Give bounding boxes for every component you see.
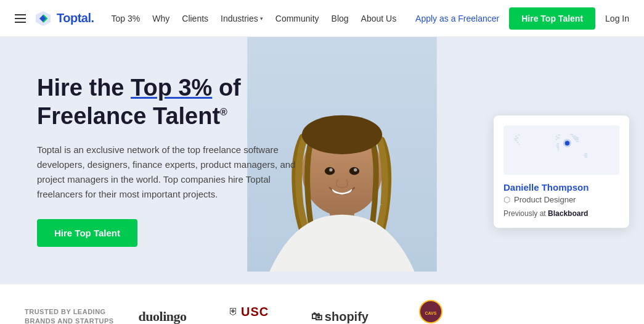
- shopify-bag-icon: 🛍: [311, 310, 322, 323]
- hero-cta-button[interactable]: Hire Top Talent: [37, 219, 137, 247]
- cavaliers-logo: CAVS: [415, 299, 446, 324]
- apply-freelancer-link[interactable]: Apply as a Freelancer: [415, 14, 499, 23]
- svg-rect-32: [584, 155, 588, 156]
- nav-link-clients[interactable]: Clients: [182, 14, 208, 23]
- svg-text:CAVS: CAVS: [425, 311, 437, 315]
- palette-icon: ⬡: [503, 195, 510, 204]
- usc-emblem-icon: ⛨: [229, 306, 238, 317]
- hero-content: Hire the Top 3% of Freelance Talent® Top…: [37, 74, 308, 247]
- usc-logo: ⛨ USC: [229, 305, 269, 319]
- svg-rect-26: [570, 134, 573, 135]
- trusted-label: TRUSTED BY LEADING BRANDS AND STARTUPS: [25, 307, 114, 324]
- nav-link-industries[interactable]: Industries ▾: [221, 14, 263, 23]
- svg-rect-31: [585, 153, 588, 154]
- brand-cavaliers: CAVS WATCH THE CASE STUDY: [393, 299, 468, 324]
- svg-point-35: [563, 139, 571, 147]
- svg-rect-14: [515, 140, 518, 141]
- svg-rect-19: [556, 138, 560, 139]
- nav-links: Top 3% Why Clients Industries ▾ Communit…: [112, 14, 415, 23]
- duolingo-logo: duolingo: [139, 309, 187, 324]
- nav-link-about[interactable]: About Us: [361, 14, 397, 23]
- svg-rect-28: [573, 138, 579, 139]
- profile-role: ⬡ Product Designer: [503, 195, 619, 204]
- profile-card: Danielle Thompson ⬡ Product Designer Pre…: [494, 115, 629, 228]
- trusted-bar: TRUSTED BY LEADING BRANDS AND STARTUPS d…: [0, 284, 644, 324]
- navigation: Toptal. Top 3% Why Clients Industries ▾ …: [0, 0, 644, 37]
- profile-previously: Previously at Blackboard: [503, 209, 619, 218]
- svg-rect-29: [574, 139, 579, 140]
- chevron-down-icon: ▾: [260, 15, 263, 22]
- nav-link-blog[interactable]: Blog: [332, 14, 349, 23]
- svg-rect-11: [518, 135, 520, 136]
- nav-actions: Apply as a Freelancer Hire Top Talent Lo…: [415, 7, 629, 30]
- svg-rect-9: [503, 127, 619, 173]
- hero-description: Toptal is an exclusive network of the to…: [37, 143, 308, 202]
- hero-section: Hire the Top 3% of Freelance Talent® Top…: [0, 37, 644, 284]
- logo-text: Toptal.: [57, 11, 94, 25]
- svg-rect-30: [576, 141, 579, 142]
- svg-rect-21: [556, 143, 559, 144]
- brand-shopify: 🛍 shopify: [311, 310, 369, 324]
- shopify-logo: 🛍 shopify: [311, 310, 369, 324]
- svg-rect-22: [556, 145, 560, 146]
- svg-rect-27: [572, 136, 577, 137]
- hero-title: Hire the Top 3% of Freelance Talent®: [37, 74, 308, 130]
- svg-rect-12: [516, 138, 519, 139]
- svg-rect-17: [556, 136, 558, 137]
- profile-name: Danielle Thompson: [503, 182, 619, 193]
- svg-point-7: [329, 168, 332, 172]
- svg-rect-23: [556, 147, 559, 148]
- svg-point-8: [354, 168, 357, 172]
- svg-rect-20: [556, 139, 558, 140]
- nav-link-community[interactable]: Community: [275, 14, 319, 23]
- login-link[interactable]: Log In: [605, 14, 629, 23]
- nav-link-top3[interactable]: Top 3%: [112, 14, 141, 23]
- svg-rect-33: [585, 157, 588, 158]
- svg-rect-15: [517, 142, 519, 143]
- svg-rect-25: [558, 150, 559, 151]
- svg-rect-13: [514, 138, 517, 139]
- hire-top-talent-button[interactable]: Hire Top Talent: [509, 7, 595, 30]
- svg-rect-18: [558, 135, 560, 136]
- logo[interactable]: Toptal.: [33, 9, 94, 28]
- brand-duolingo: duolingo: [139, 309, 187, 324]
- brand-logos: duolingo ⛨ USC WATCH THE CASE STUDY 🛍 sh…: [139, 299, 619, 324]
- hamburger-menu[interactable]: [15, 14, 26, 23]
- nav-link-why[interactable]: Why: [152, 14, 169, 23]
- world-map: [503, 125, 619, 175]
- brand-usc: ⛨ USC WATCH THE CASE STUDY: [211, 305, 287, 325]
- svg-rect-16: [518, 144, 520, 145]
- svg-rect-24: [557, 148, 559, 149]
- svg-rect-10: [515, 136, 517, 137]
